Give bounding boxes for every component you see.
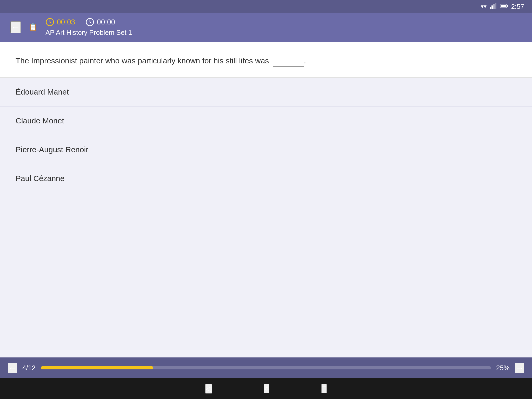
toolbar-right: 00:03 00:00 AP Art History Problem Set 1 (45, 18, 132, 37)
system-recent-button[interactable]: □ (321, 384, 327, 393)
toolbar: ← 📋 00:03 00:00 AP A (0, 13, 532, 42)
white-timer-value: 00:00 (97, 18, 115, 26)
progress-bar-container (41, 366, 491, 369)
answer-item-3[interactable]: Pierre-August Renoir (0, 135, 532, 164)
back-button[interactable]: ← (10, 21, 21, 33)
battery-icon (500, 4, 508, 10)
toolbar-timers: 00:03 00:00 (45, 18, 132, 26)
answers-list: Édouard Manet Claude Monet Pierre-August… (0, 78, 532, 357)
svg-rect-0 (490, 7, 491, 9)
bottom-nav: ← 4/12 25% → (0, 357, 532, 378)
svg-rect-3 (495, 3, 496, 9)
svg-line-12 (90, 22, 91, 23)
question-area: The Impressionist painter who was partic… (0, 42, 532, 78)
answer-item-1[interactable]: Édouard Manet (0, 78, 532, 107)
next-button[interactable]: → (515, 363, 524, 373)
question-counter: 4/12 (22, 364, 36, 372)
signal-icon (490, 3, 497, 10)
progress-bar-track (41, 366, 491, 369)
progress-percent: 25% (496, 364, 510, 372)
question-blank (273, 55, 304, 67)
system-back-button[interactable]: ◁ (205, 384, 212, 394)
system-home-button[interactable]: ○ (264, 384, 269, 393)
svg-rect-6 (501, 5, 506, 7)
answer-item-4[interactable]: Paul Cézanne (0, 164, 532, 193)
status-icons: ▾▾ 2:57 (481, 3, 524, 11)
doc-icon: 📋 (29, 23, 38, 31)
yellow-timer: 00:03 (45, 18, 75, 26)
svg-line-9 (50, 22, 51, 23)
white-clock-icon (85, 18, 94, 26)
toolbar-title: AP Art History Problem Set 1 (45, 29, 132, 37)
yellow-timer-value: 00:03 (57, 18, 75, 26)
wifi-icon: ▾▾ (481, 3, 487, 10)
yellow-clock-icon (45, 18, 54, 26)
system-nav: ◁ ○ □ (0, 378, 532, 399)
status-time: 2:57 (511, 3, 524, 11)
progress-bar-fill (41, 366, 153, 369)
question-text: The Impressionist painter who was partic… (16, 55, 516, 67)
svg-rect-2 (493, 4, 495, 9)
answer-item-2[interactable]: Claude Monet (0, 107, 532, 135)
svg-rect-1 (491, 5, 493, 9)
white-timer: 00:00 (85, 18, 115, 26)
status-bar: ▾▾ 2:57 (0, 0, 532, 13)
prev-button[interactable]: ← (8, 363, 17, 373)
svg-rect-5 (507, 5, 508, 7)
